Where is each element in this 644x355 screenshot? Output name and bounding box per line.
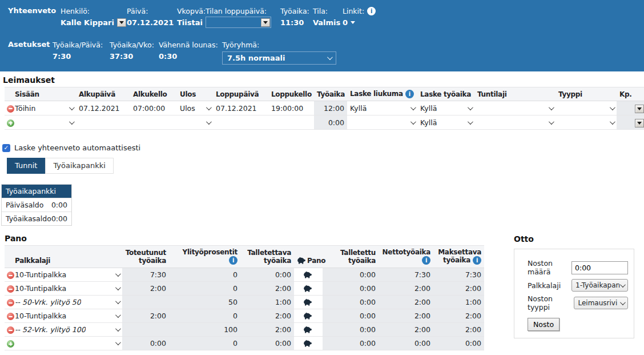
worktime-per-day-value: 7:30 (53, 50, 110, 62)
tab-tyoaikapankki[interactable]: Työaikapankki (45, 158, 114, 174)
talletettu-cell: 0:00 (323, 323, 379, 337)
chevron-down-icon (610, 119, 615, 125)
sisaan-select[interactable]: Töihin (15, 103, 73, 113)
kp-combo-button[interactable] (635, 105, 644, 113)
links-label: Linkit: (343, 6, 364, 17)
info-icon[interactable]: i (405, 90, 414, 98)
laske-liukuma-select[interactable] (350, 118, 414, 127)
status-end-date-select[interactable] (206, 17, 271, 28)
stamping-row-new: 0:00 Kyllä (5, 115, 644, 130)
alkupaiva-cell[interactable] (76, 115, 130, 130)
info-icon[interactable]: i (422, 256, 430, 265)
sisaan-select[interactable] (15, 118, 73, 127)
deposit-table: Palkkalaji Toteutunut työaika Ylityöpros… (5, 245, 484, 350)
add-row-icon[interactable] (7, 340, 14, 348)
person-field: Henkilö: Kalle Kippari (61, 6, 127, 29)
ulos-select[interactable]: Ulos (180, 103, 210, 113)
links-dropdown[interactable]: 0 (343, 17, 376, 29)
chevron-down-icon (115, 340, 121, 345)
date-field: Päivä: 07.12.2021 (127, 6, 177, 29)
deposit-row: 10-Tuntipalkka 2:00 0 2:00 0:00 2:00 2:0… (5, 282, 484, 296)
deposit-piggy-icon[interactable] (303, 326, 312, 333)
worktime-field: Työaika: 11:30 (280, 6, 313, 29)
deposit-piggy-icon[interactable] (303, 340, 312, 347)
tab-tunnit[interactable]: Tunnit (7, 158, 45, 174)
deduct-lunch-field: Vähennä lounas: 0:30 (159, 39, 222, 62)
col-alkukello: Alkukello (130, 87, 177, 101)
worktime-label: Työaika: (280, 6, 313, 17)
delete-row-icon[interactable] (7, 285, 14, 293)
auto-summary-checkbox[interactable] (2, 144, 10, 152)
chevron-down-icon (206, 119, 212, 125)
deposit-piggy-icon[interactable] (303, 285, 312, 292)
palkkalaji-select[interactable]: 10-Tuntipalkka (15, 270, 119, 280)
chevron-down-icon (610, 105, 615, 110)
info-icon[interactable]: i (473, 256, 481, 265)
links-info-icon[interactable]: i (367, 7, 376, 15)
col-palkkalaji: Palkkalaji (12, 246, 122, 268)
withdrawal-paytype-select[interactable]: 1-Työaikapankki (571, 279, 628, 292)
palkkalaji-select[interactable]: 10-Tuntipalkka (15, 284, 119, 293)
talletettava-cell: 2:00 (240, 282, 294, 296)
palkkalaji-select[interactable]: -- 50-Vrk. ylityö 50 (15, 297, 119, 307)
workgroup-select[interactable]: 7.5h normaali (222, 51, 336, 65)
weekday-label: Vkopvä: (177, 6, 206, 17)
person-combo-button[interactable] (117, 18, 126, 27)
toteutunut-cell (122, 323, 169, 337)
delete-row-icon[interactable] (7, 272, 14, 279)
talletettu-cell: 0:00 (323, 268, 379, 282)
delete-row-icon[interactable] (7, 313, 14, 320)
alkukello-cell[interactable] (130, 115, 177, 130)
add-row-icon[interactable] (7, 119, 14, 127)
info-icon[interactable]: i (229, 256, 238, 265)
loppupaiva-cell[interactable] (213, 115, 268, 130)
col-tyyppi: Tyyppi (556, 87, 617, 101)
palkkalaji-select[interactable]: -- 52-Vrk. ylityö 100 (15, 325, 119, 334)
delete-row-icon[interactable] (7, 326, 14, 334)
kp-combo-button[interactable] (635, 119, 644, 127)
withdrawal-type-select[interactable]: Leimausrivi (574, 297, 628, 309)
chevron-down-icon (206, 105, 212, 110)
ulos-select[interactable] (180, 118, 210, 127)
tyyppi-select[interactable] (558, 103, 614, 113)
person-label: Henkilö: (61, 6, 127, 17)
status-end-date-combo-button[interactable] (261, 18, 270, 27)
palkkalaji-select[interactable]: 10-Tuntipalkka (15, 311, 119, 321)
deduct-lunch-label: Vähennä lounas: (159, 39, 222, 50)
loppupaiva-cell[interactable]: 07.12.2021 (213, 101, 268, 115)
deposit-row: -- 52-Vrk. ylityö 100 100 2:00 0:00 2:00… (5, 323, 484, 337)
worktime-value: 11:30 (280, 17, 313, 29)
withdrawal-type-label: Noston tyyppi (528, 294, 574, 312)
stampings-table: Sisään Alkupäivä Alkukello Ulos Loppupäi… (5, 87, 644, 130)
chevron-down-icon (620, 300, 626, 305)
laske-liukuma-select[interactable]: Kyllä (350, 103, 414, 113)
withdrawal-amount-input[interactable] (571, 261, 628, 274)
col-toteutunut: Toteutunut työaika (122, 246, 169, 268)
tuntilaji-select[interactable] (477, 118, 553, 127)
loppukello-cell[interactable]: 19:00:00 (268, 101, 314, 115)
toteutunut-cell: 0:00 (122, 337, 169, 350)
status-end-date-label: Tilan loppupäivä: (206, 6, 280, 17)
deposit-piggy-icon[interactable] (303, 298, 312, 306)
maksettava-cell: 0:00 (433, 337, 484, 350)
col-ulos: Ulos (177, 87, 213, 101)
alkupaiva-cell[interactable]: 07.12.2021 (76, 101, 130, 115)
timebank-summary-title: Työaikapankki (2, 185, 71, 198)
delete-row-icon[interactable] (7, 299, 14, 306)
tyyppi-select[interactable] (558, 118, 614, 127)
tuntilaji-select[interactable] (477, 103, 553, 113)
deposit-piggy-icon[interactable] (303, 312, 312, 320)
links-field: Linkit: i 0 (343, 6, 376, 29)
deposit-piggy-icon[interactable] (303, 271, 312, 278)
laske-tyoaika-select[interactable]: Kyllä (420, 103, 472, 113)
col-nettotyoaika: Nettotyöaika i (379, 246, 433, 268)
palkkalaji-select[interactable] (15, 338, 119, 348)
loppukello-cell[interactable] (268, 115, 314, 130)
delete-row-icon[interactable] (7, 105, 14, 113)
talletettava-cell: 0:00 (240, 337, 294, 350)
laske-tyoaika-select[interactable]: Kyllä (420, 118, 472, 127)
maksettava-cell: 2:00 (433, 309, 484, 323)
alkukello-cell[interactable]: 07:00:00 (130, 101, 177, 115)
nosto-button[interactable]: Nosto (528, 318, 560, 331)
worktime-per-week-field: Työaika/Vko: 37:30 (110, 39, 159, 62)
